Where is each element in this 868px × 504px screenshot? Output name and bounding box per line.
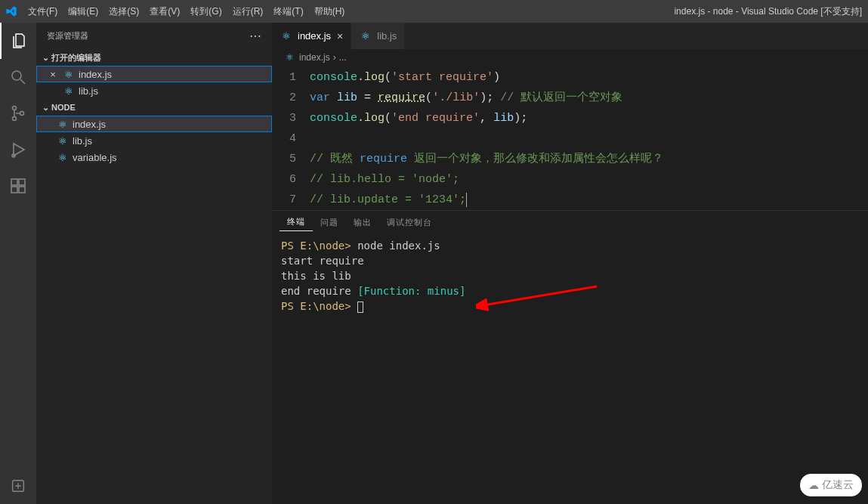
react-file-icon: ⚛: [62, 85, 76, 97]
terminal-cursor: [357, 301, 363, 313]
file-index-js[interactable]: ⚛ index.js: [36, 116, 272, 132]
terminal-line: this is lib: [281, 268, 859, 283]
react-file-icon: ⚛: [56, 135, 70, 147]
activity-extensions[interactable]: [0, 168, 36, 204]
tab-lib-js[interactable]: ⚛ lib.js: [351, 23, 405, 49]
svg-rect-7: [19, 179, 25, 185]
activity-bottom-icon[interactable]: [0, 468, 36, 504]
title-bar: 文件(F) 编辑(E) 选择(S) 查看(V) 转到(G) 运行(R) 终端(T…: [0, 0, 868, 23]
react-file-icon: ⚛: [280, 30, 293, 42]
panel-tabs: 终端 问题 输出 调试控制台: [272, 211, 868, 233]
terminal-line: end require: [281, 285, 357, 297]
code-editor[interactable]: 1234567 console.log('start require')var …: [272, 66, 868, 210]
watermark-badge: ☁ 亿速云: [800, 474, 862, 496]
activity-search[interactable]: [0, 59, 36, 95]
activity-bar: [0, 23, 36, 504]
terminal-function-output: [Function: minus]: [357, 285, 465, 297]
svg-point-3: [13, 117, 17, 121]
file-label: lib.js: [73, 135, 92, 147]
react-file-icon: ⚛: [62, 69, 76, 80]
svg-rect-8: [11, 187, 17, 193]
terminal-prompt: PS E:\node>: [281, 300, 351, 312]
panel-tab-problems[interactable]: 问题: [313, 214, 346, 231]
file-label: lib.js: [79, 85, 98, 97]
react-file-icon: ⚛: [359, 30, 372, 42]
activity-run-debug[interactable]: [0, 131, 36, 168]
panel-tab-debug-console[interactable]: 调试控制台: [379, 214, 440, 231]
menu-view[interactable]: 查看(V): [144, 0, 185, 23]
menu-selection[interactable]: 选择(S): [103, 0, 144, 23]
tab-index-js[interactable]: ⚛ index.js ×: [272, 23, 351, 49]
open-editor-lib-js[interactable]: ⚛ lib.js: [36, 82, 272, 99]
terminal-cmd: node index.js: [357, 240, 440, 252]
sidebar-title: 资源管理器: [47, 30, 88, 42]
chevron-right-icon: ›: [333, 52, 336, 63]
svg-point-0: [12, 71, 21, 80]
vscode-icon: [0, 5, 23, 17]
chevron-down-icon: ⌄: [39, 103, 51, 113]
watermark-text: 亿速云: [822, 478, 854, 492]
file-label: index.js: [79, 69, 112, 80]
menu-run[interactable]: 运行(R): [227, 0, 269, 23]
panel-tab-terminal[interactable]: 终端: [280, 213, 313, 231]
editor-area: ⚛ index.js × ⚛ lib.js ⚛ index.js › ... 1…: [272, 23, 868, 504]
close-icon[interactable]: ×: [337, 30, 343, 42]
file-lib-js[interactable]: ⚛ lib.js: [36, 132, 272, 149]
terminal-line: start require: [281, 253, 859, 268]
file-variable-js[interactable]: ⚛ variable.js: [36, 149, 272, 165]
react-file-icon: ⚛: [283, 52, 296, 63]
menu-terminal[interactable]: 终端(T): [268, 0, 308, 23]
folder-header[interactable]: ⌄ NODE: [36, 99, 272, 116]
file-label: index.js: [73, 119, 106, 130]
panel-tab-output[interactable]: 输出: [346, 214, 379, 231]
menu-go[interactable]: 转到(G): [185, 0, 227, 23]
breadcrumb-file: index.js: [299, 52, 330, 63]
react-file-icon: ⚛: [56, 119, 70, 130]
svg-point-4: [20, 112, 24, 116]
menu-edit[interactable]: 编辑(E): [63, 0, 103, 23]
svg-rect-6: [11, 179, 17, 185]
activity-source-control[interactable]: [0, 95, 36, 131]
chevron-down-icon: ⌄: [39, 53, 51, 63]
svg-point-2: [13, 107, 17, 110]
open-editors-label: 打开的编辑器: [51, 52, 101, 63]
line-gutter: 1234567: [272, 67, 310, 210]
open-editor-index-js[interactable]: × ⚛ index.js: [36, 66, 272, 82]
react-file-icon: ⚛: [56, 152, 70, 163]
editor-tabs: ⚛ index.js × ⚛ lib.js: [272, 23, 868, 49]
svg-rect-9: [19, 187, 25, 193]
menu-file[interactable]: 文件(F): [23, 0, 63, 23]
terminal-prompt: PS E:\node>: [281, 240, 351, 252]
code-lines[interactable]: console.log('start require')var lib = re…: [310, 67, 868, 210]
activity-explorer[interactable]: [0, 23, 36, 59]
breadcrumb-rest: ...: [339, 52, 347, 63]
tab-label: lib.js: [377, 30, 397, 42]
open-editors-header[interactable]: ⌄ 打开的编辑器: [36, 49, 272, 66]
explorer-sidebar: 资源管理器 ⋯ ⌄ 打开的编辑器 × ⚛ index.js ⚛ lib.js ⌄…: [36, 23, 272, 504]
sidebar-header: 资源管理器 ⋯: [36, 23, 272, 49]
menu-help[interactable]: 帮助(H): [309, 0, 351, 23]
terminal[interactable]: PS E:\node> node index.js start require …: [272, 233, 868, 335]
sidebar-more-icon[interactable]: ⋯: [249, 29, 261, 43]
close-icon[interactable]: ×: [44, 69, 62, 80]
breadcrumb[interactable]: ⚛ index.js › ...: [272, 49, 868, 66]
window-title: index.js - node - Visual Studio Code [不受…: [350, 5, 868, 18]
bottom-panel: 终端 问题 输出 调试控制台 PS E:\node> node index.js…: [272, 210, 868, 335]
file-label: variable.js: [73, 152, 117, 163]
folder-label: NODE: [51, 103, 76, 112]
tab-label: index.js: [298, 30, 331, 42]
cloud-icon: ☁: [808, 479, 819, 491]
svg-line-1: [20, 79, 25, 84]
